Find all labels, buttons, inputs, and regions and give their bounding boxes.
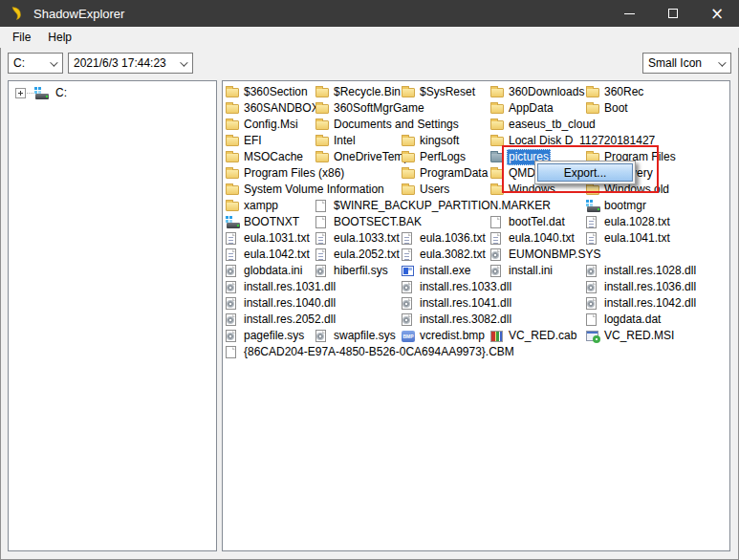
file-item-label: $SysReset bbox=[420, 84, 475, 100]
file-icon bbox=[586, 313, 597, 326]
folder-icon bbox=[226, 202, 239, 211]
file-item-label: bootTel.dat bbox=[509, 214, 565, 230]
file-icon bbox=[226, 346, 236, 358]
cab-icon bbox=[490, 331, 503, 342]
file-item-label: EFI bbox=[244, 133, 262, 149]
file-item-label: install.res.1028.dll bbox=[604, 263, 696, 279]
txt-icon bbox=[226, 248, 236, 261]
drive-select-value: C: bbox=[13, 56, 25, 70]
chevron-down-icon bbox=[180, 58, 187, 66]
gear-icon bbox=[226, 297, 236, 310]
file-item-label: BOOTSECT.BAK bbox=[334, 214, 422, 230]
file-item-label: eula.3082.txt bbox=[420, 247, 486, 263]
file-item-label: AppData bbox=[509, 100, 554, 117]
file-item-label: install.ini bbox=[509, 263, 553, 279]
msi-icon bbox=[586, 331, 598, 341]
file-item-label: eula.2052.txt bbox=[334, 247, 400, 263]
file-item-label: install.res.1042.dll bbox=[604, 295, 696, 312]
file-item-label: install.res.1033.dll bbox=[420, 279, 511, 295]
file-item-label: eula.1033.txt bbox=[334, 230, 400, 247]
file-icon bbox=[315, 216, 326, 228]
sys-icon bbox=[226, 216, 240, 228]
file-item-label: VC_RED.MSI bbox=[604, 328, 674, 344]
file-item-label: vcredist.bmp bbox=[420, 328, 485, 344]
close-icon: × bbox=[710, 6, 724, 22]
txt-icon bbox=[586, 216, 597, 228]
gear-icon bbox=[402, 297, 412, 310]
minimize-icon bbox=[624, 13, 635, 14]
file-item-label: eula.1028.txt bbox=[604, 214, 670, 230]
folder-icon bbox=[315, 88, 329, 97]
folder-sel-icon bbox=[490, 153, 504, 162]
file-item-label: eula.1031.txt bbox=[244, 230, 310, 247]
folder-icon bbox=[315, 153, 329, 162]
file-item-label: install.res.1041.dll bbox=[420, 295, 511, 312]
file-icon bbox=[490, 216, 501, 228]
gear-icon bbox=[586, 297, 597, 310]
file-item-label: Boot bbox=[604, 100, 628, 117]
file-item-label: logdata.dat bbox=[604, 312, 661, 328]
file-item-label: swapfile.sys bbox=[334, 328, 396, 344]
title-bar: ShadowExplorer × bbox=[0, 0, 739, 27]
chevron-down-icon bbox=[718, 58, 726, 66]
file-item-label: easeus_tb_cloud bbox=[509, 117, 596, 133]
file-item-label: install.res.1031.dll bbox=[244, 279, 336, 295]
file-item-label: PerfLogs bbox=[420, 149, 466, 165]
gear-icon bbox=[315, 330, 326, 342]
file-icon bbox=[315, 200, 326, 212]
menu-bar: File Help bbox=[0, 27, 739, 48]
menu-help[interactable]: Help bbox=[39, 28, 80, 47]
txt-icon bbox=[315, 232, 326, 245]
folder-icon bbox=[490, 185, 504, 195]
gear-icon bbox=[586, 265, 597, 277]
close-button[interactable]: × bbox=[695, 0, 739, 27]
maximize-icon bbox=[668, 9, 678, 18]
folder-icon bbox=[315, 120, 329, 130]
menu-file[interactable]: File bbox=[4, 28, 39, 47]
view-mode-select[interactable]: Small Icon bbox=[642, 53, 731, 74]
file-item-label: kingsoft bbox=[420, 133, 459, 149]
txt-icon bbox=[402, 248, 412, 261]
file-item-label: Program Files (x86) bbox=[244, 165, 344, 182]
file-item-label: install.res.1040.dll bbox=[244, 295, 336, 312]
minimize-button[interactable] bbox=[607, 0, 651, 27]
file-item-label: VC_RED.cab bbox=[509, 328, 576, 344]
file-item-label: eula.1041.txt bbox=[604, 230, 670, 247]
file-item-label: Users bbox=[420, 182, 449, 198]
drive-select[interactable]: C: bbox=[8, 53, 63, 74]
file-item-label: install.res.1036.dll bbox=[604, 279, 696, 295]
snapshot-date-select[interactable]: 2021/6/3 17:44:23 bbox=[68, 53, 193, 74]
folder-icon bbox=[226, 88, 239, 97]
txt-icon bbox=[402, 232, 412, 245]
exe-icon bbox=[402, 266, 414, 276]
folder-icon bbox=[226, 169, 239, 179]
file-item-label: $Recycle.Bin bbox=[334, 84, 401, 100]
file-item-label: System Volume Information bbox=[244, 182, 384, 198]
file-item-label: Local Disk D_112720181427 bbox=[509, 133, 655, 149]
folder-icon bbox=[402, 169, 415, 179]
gear-icon bbox=[490, 265, 501, 277]
app-window: ShadowExplorer × File Help C: 2021/6/3 1… bbox=[0, 0, 739, 560]
maximize-button[interactable] bbox=[651, 0, 695, 27]
gear-icon bbox=[226, 281, 236, 293]
context-menu-item-export[interactable]: Export... bbox=[537, 163, 633, 182]
folder-icon bbox=[402, 153, 415, 162]
window-title: ShadowExplorer bbox=[33, 7, 124, 21]
gear-icon bbox=[226, 313, 236, 326]
gear-icon bbox=[402, 313, 412, 326]
file-item-label: pagefile.sys bbox=[244, 328, 304, 344]
file-item-label: install.exe bbox=[420, 263, 470, 279]
file-item-label: $WINRE_BACKUP_PARTITION.MARKER bbox=[334, 198, 551, 214]
folder-icon bbox=[315, 104, 329, 114]
file-item-label: eula.1036.txt bbox=[420, 230, 486, 247]
folder-icon bbox=[586, 88, 599, 97]
txt-icon bbox=[490, 232, 501, 245]
expand-plus-icon[interactable] bbox=[15, 88, 26, 98]
file-item-label: install.res.3082.dll bbox=[420, 312, 511, 328]
folder-icon bbox=[402, 137, 415, 146]
folder-icon bbox=[490, 169, 504, 179]
folder-icon bbox=[226, 137, 239, 146]
file-item-label: EUMONBMP.SYS bbox=[509, 247, 600, 263]
txt-icon bbox=[315, 248, 326, 261]
txt-icon bbox=[226, 232, 236, 245]
